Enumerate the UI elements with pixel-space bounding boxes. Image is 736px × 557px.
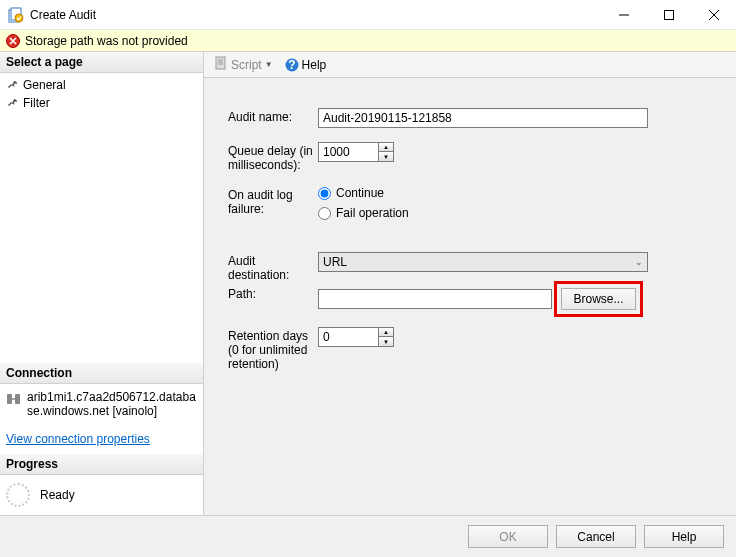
queue-delay-input[interactable] <box>318 142 378 162</box>
progress-header: Progress <box>0 454 203 475</box>
help-icon: ? <box>285 58 299 72</box>
connection-content: arib1mi1.c7aa2d506712.database.windows.n… <box>0 384 203 424</box>
script-button[interactable]: Script ▼ <box>210 54 277 75</box>
radio-fail-input[interactable] <box>318 207 331 220</box>
svg-rect-11 <box>15 394 20 404</box>
app-icon <box>8 7 24 23</box>
select-page-header: Select a page <box>0 52 203 73</box>
chevron-down-icon: ⌄ <box>635 257 643 267</box>
error-bar: Storage path was not provided <box>0 30 736 52</box>
wrench-icon <box>6 79 19 92</box>
error-icon <box>6 34 20 48</box>
chevron-down-icon: ▼ <box>265 60 273 69</box>
help-footer-button[interactable]: Help <box>644 525 724 548</box>
progress-spinner-icon <box>6 483 30 507</box>
radio-fail-operation[interactable]: Fail operation <box>318 206 409 220</box>
connection-server: arib1mi1.c7aa2d506712.database.windows.n… <box>27 390 197 418</box>
spin-down-button[interactable]: ▼ <box>378 337 394 347</box>
title-bar: Create Audit <box>0 0 736 30</box>
page-item-label: Filter <box>23 96 50 110</box>
right-panel: Script ▼ ? Help Audit name: Queue delay … <box>204 52 736 515</box>
script-icon <box>214 56 228 73</box>
form-area: Audit name: Queue delay (in milliseconds… <box>204 78 736 415</box>
view-connection-properties-link[interactable]: View connection properties <box>0 424 203 454</box>
radio-continue-label: Continue <box>336 186 384 200</box>
svg-rect-10 <box>7 394 12 404</box>
svg-text:?: ? <box>288 58 295 72</box>
on-failure-label: On audit log failure: <box>228 186 318 216</box>
footer: OK Cancel Help <box>0 515 736 557</box>
queue-delay-spinner[interactable]: ▲ ▼ <box>318 142 396 162</box>
error-message: Storage path was not provided <box>25 34 188 48</box>
help-label: Help <box>302 58 327 72</box>
audit-name-label: Audit name: <box>228 108 318 124</box>
connection-header: Connection <box>0 363 203 384</box>
spin-up-button[interactable]: ▲ <box>378 142 394 152</box>
svg-rect-13 <box>216 57 225 69</box>
radio-continue[interactable]: Continue <box>318 186 409 200</box>
highlight-box: Browse... <box>554 281 643 317</box>
cancel-button[interactable]: Cancel <box>556 525 636 548</box>
audit-dest-value: URL <box>323 255 347 269</box>
retention-spinner[interactable]: ▲ ▼ <box>318 327 396 347</box>
audit-name-input[interactable] <box>318 108 648 128</box>
page-list: General Filter <box>0 73 203 115</box>
wrench-icon <box>6 97 19 110</box>
page-item-filter[interactable]: Filter <box>0 94 203 112</box>
audit-dest-label: Audit destination: <box>228 252 318 282</box>
page-item-label: General <box>23 78 66 92</box>
progress-status: Ready <box>40 488 75 502</box>
script-label: Script <box>231 58 262 72</box>
radio-continue-input[interactable] <box>318 187 331 200</box>
left-panel: Select a page General Filter Connection <box>0 52 204 515</box>
ok-button[interactable]: OK <box>468 525 548 548</box>
retention-input[interactable] <box>318 327 378 347</box>
server-icon <box>6 392 22 406</box>
close-button[interactable] <box>691 0 736 29</box>
radio-fail-label: Fail operation <box>336 206 409 220</box>
page-item-general[interactable]: General <box>0 76 203 94</box>
maximize-button[interactable] <box>646 0 691 29</box>
spin-up-button[interactable]: ▲ <box>378 327 394 337</box>
on-failure-radio-group: Continue Fail operation <box>318 186 409 220</box>
queue-delay-label: Queue delay (in milliseconds): <box>228 142 318 172</box>
minimize-button[interactable] <box>601 0 646 29</box>
window-title: Create Audit <box>30 8 601 22</box>
progress-content: Ready <box>0 475 203 515</box>
path-input[interactable] <box>318 289 552 309</box>
audit-dest-select[interactable]: URL ⌄ <box>318 252 648 272</box>
browse-button[interactable]: Browse... <box>561 288 636 310</box>
window-controls <box>601 0 736 29</box>
retention-label: Retention days (0 for unlimited retentio… <box>228 327 318 371</box>
toolbar: Script ▼ ? Help <box>204 52 736 78</box>
path-label: Path: <box>228 285 318 301</box>
spin-down-button[interactable]: ▼ <box>378 152 394 162</box>
svg-rect-4 <box>664 10 673 19</box>
help-button[interactable]: ? Help <box>281 56 331 74</box>
